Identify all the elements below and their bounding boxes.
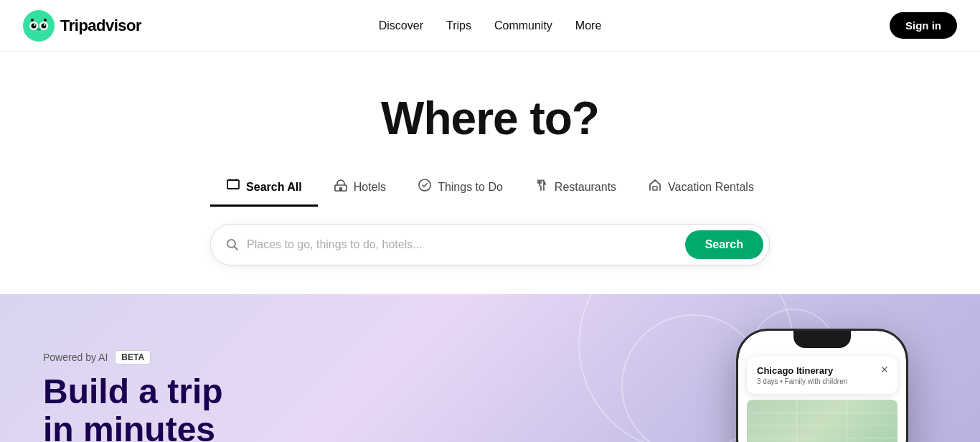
- search-bar: Search: [210, 224, 770, 265]
- signin-button[interactable]: Sign in: [890, 12, 957, 39]
- phone-outer: Chicago Itinerary 3 days • Family with c…: [736, 329, 908, 442]
- tab-restaurants[interactable]: Restaurants: [519, 171, 632, 207]
- svg-point-0: [23, 10, 55, 42]
- phone-card: Chicago Itinerary 3 days • Family with c…: [747, 357, 897, 394]
- svg-point-6: [44, 24, 45, 25]
- search-all-icon: [226, 178, 240, 196]
- hero-title: Where to?: [381, 92, 599, 145]
- nav-links: Discover Trips Community More: [379, 17, 602, 35]
- svg-point-8: [31, 19, 34, 22]
- nav-link-discover[interactable]: Discover: [379, 17, 423, 35]
- phone-card-close-icon: ✕: [880, 364, 889, 375]
- svg-point-7: [37, 28, 41, 30]
- hero-section: Where to? Search All Hotels Things to Do…: [0, 52, 980, 294]
- svg-point-5: [34, 24, 35, 25]
- svg-point-3: [32, 23, 37, 28]
- nav-link-trips[interactable]: Trips: [446, 17, 471, 35]
- phone-map: [747, 400, 897, 442]
- logo[interactable]: Tripadvisor: [23, 10, 141, 42]
- tab-restaurants-label: Restaurants: [555, 181, 616, 194]
- phone-card-subtitle: 3 days • Family with children: [757, 377, 887, 385]
- nav-link-community[interactable]: Community: [494, 17, 552, 35]
- tab-search-all[interactable]: Search All: [210, 171, 318, 207]
- promo-headline-line1: Build a trip: [43, 373, 223, 411]
- promo-text: Powered by AI BETA Build a trip in minut…: [43, 350, 223, 442]
- tab-hotels[interactable]: Hotels: [318, 171, 402, 207]
- restaurants-icon: [534, 178, 549, 196]
- search-button[interactable]: Search: [685, 230, 763, 259]
- promo-headline: Build a trip in minutes: [43, 373, 223, 442]
- promo-headline-line2: in minutes: [43, 411, 223, 442]
- powered-label: Powered by AI: [43, 352, 108, 363]
- navbar: Tripadvisor Discover Trips Community Mor…: [0, 0, 980, 52]
- hotels-icon: [334, 178, 348, 196]
- vacation-icon: [648, 178, 662, 196]
- search-tabs: Search All Hotels Things to Do Restauran…: [210, 171, 770, 207]
- svg-rect-14: [653, 187, 657, 190]
- svg-rect-12: [339, 187, 342, 191]
- tab-hotels-label: Hotels: [354, 181, 386, 194]
- nav-link-more[interactable]: More: [575, 17, 601, 35]
- phone-notch: [793, 331, 851, 348]
- promo-powered: Powered by AI BETA: [43, 350, 223, 365]
- tab-things-label: Things to Do: [438, 181, 503, 194]
- tab-vacation-rentals[interactable]: Vacation Rentals: [632, 171, 770, 207]
- beta-badge: BETA: [115, 350, 151, 365]
- phone-card-title: Chicago Itinerary: [757, 365, 887, 376]
- svg-rect-10: [227, 180, 239, 189]
- search-icon: [225, 238, 240, 252]
- tab-things-to-do[interactable]: Things to Do: [402, 171, 519, 207]
- svg-point-9: [44, 19, 47, 22]
- tab-search-all-label: Search All: [246, 181, 302, 194]
- svg-point-4: [42, 23, 47, 28]
- promo-banner: Powered by AI BETA Build a trip in minut…: [0, 294, 980, 442]
- things-icon: [418, 178, 432, 196]
- logo-text: Tripadvisor: [60, 17, 141, 35]
- phone-mockup: Chicago Itinerary 3 days • Family with c…: [707, 329, 937, 442]
- tab-vacation-label: Vacation Rentals: [668, 181, 754, 194]
- logo-icon: [23, 10, 55, 42]
- search-input[interactable]: [247, 238, 685, 251]
